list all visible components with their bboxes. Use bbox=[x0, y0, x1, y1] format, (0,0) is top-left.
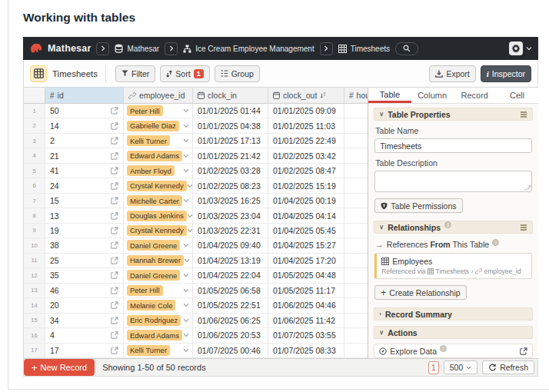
column-header-clock-out[interactable]: clock_out bbox=[268, 88, 344, 104]
clock-in-cell[interactable]: 01/03/2025 22:31 bbox=[193, 224, 268, 238]
row-number-cell[interactable]: 5 bbox=[24, 164, 45, 178]
breadcrumb-chevron-button[interactable] bbox=[165, 42, 178, 55]
row-number-cell[interactable]: 13 bbox=[24, 284, 45, 298]
fk-record-pill[interactable]: Daniel Greene bbox=[127, 270, 180, 281]
employee-cell[interactable]: Daniel Greene bbox=[124, 238, 193, 253]
employee-cell[interactable]: Peter Hill bbox=[124, 104, 193, 118]
clock-in-cell[interactable]: 01/01/2025 04:38 bbox=[193, 118, 268, 133]
filter-button[interactable]: Filter bbox=[115, 65, 155, 82]
clock-out-cell[interactable]: 01/01/2025 22:49 bbox=[268, 134, 344, 148]
clock-in-cell[interactable]: 01/03/2025 16:25 bbox=[193, 194, 268, 208]
column-header-hours[interactable]: #hours bbox=[344, 88, 368, 104]
row-number-cell[interactable]: 2 bbox=[24, 118, 45, 133]
employee-cell[interactable]: Crystal Kennedy bbox=[124, 178, 193, 193]
row-number-cell[interactable]: 4 bbox=[24, 148, 45, 163]
resize-grip[interactable] bbox=[524, 184, 531, 191]
employee-cell[interactable]: Michelle Carter bbox=[124, 194, 193, 208]
group-button[interactable]: Group bbox=[215, 65, 260, 82]
clock-in-cell[interactable]: 01/01/2025 17:13 bbox=[193, 134, 268, 148]
id-cell[interactable]: 2 bbox=[45, 134, 124, 148]
chevron-down-icon[interactable] bbox=[183, 273, 189, 277]
open-record-icon[interactable] bbox=[111, 347, 118, 354]
clock-out-cell[interactable]: 01/07/2025 03:55 bbox=[268, 328, 344, 343]
id-cell[interactable]: 17 bbox=[45, 344, 124, 358]
fk-record-pill[interactable]: Hannah Brewer bbox=[127, 255, 184, 266]
open-record-icon[interactable] bbox=[111, 122, 118, 130]
employee-cell[interactable]: Eric Rodriguez bbox=[124, 314, 193, 328]
chevron-down-icon[interactable] bbox=[187, 184, 193, 188]
id-cell[interactable]: 14 bbox=[45, 118, 124, 133]
clock-out-cell[interactable]: 01/02/2025 08:47 bbox=[268, 164, 344, 178]
id-cell[interactable]: 15 bbox=[45, 194, 124, 208]
employee-cell[interactable]: Edward Adams bbox=[124, 148, 193, 163]
open-record-icon[interactable] bbox=[111, 317, 118, 324]
create-relationship-button[interactable]: + Create Relationship bbox=[374, 285, 466, 300]
chevron-down-icon[interactable] bbox=[183, 288, 189, 293]
column-header-employee-id[interactable]: employee_id bbox=[124, 88, 193, 104]
id-cell[interactable]: 41 bbox=[45, 164, 124, 178]
open-record-icon[interactable] bbox=[111, 241, 118, 249]
employee-cell[interactable]: Douglas Jenkins bbox=[124, 208, 193, 223]
open-record-icon[interactable] bbox=[111, 271, 118, 279]
hours-cell[interactable] bbox=[344, 104, 368, 118]
breadcrumb-table[interactable]: Timesheets bbox=[338, 45, 390, 53]
mathesar-logo-group[interactable]: Mathesar bbox=[29, 42, 91, 55]
employee-cell[interactable]: Daniel Greene bbox=[124, 268, 193, 283]
clock-out-cell[interactable]: 01/01/2025 09:09 bbox=[268, 104, 344, 118]
clock-out-cell[interactable]: 01/02/2025 03:42 bbox=[268, 148, 344, 163]
clock-in-cell[interactable]: 01/03/2025 23:04 bbox=[193, 208, 268, 223]
refresh-button[interactable]: Refresh bbox=[482, 360, 534, 374]
fk-record-pill[interactable]: Kelli Turner bbox=[127, 345, 170, 356]
fk-record-pill[interactable]: Edward Adams bbox=[127, 151, 182, 161]
chevron-down-icon[interactable] bbox=[183, 348, 189, 353]
chevron-down-icon[interactable] bbox=[187, 228, 193, 233]
chevron-down-icon[interactable] bbox=[183, 154, 189, 158]
employee-cell[interactable]: Amber Floyd bbox=[124, 164, 193, 178]
row-number-cell[interactable]: 7 bbox=[24, 194, 45, 208]
clock-out-cell[interactable]: 01/04/2025 15:27 bbox=[268, 238, 344, 253]
clock-out-cell[interactable]: 01/07/2025 08:33 bbox=[268, 344, 344, 358]
section-record-summary[interactable]: › Record Summary bbox=[374, 307, 533, 321]
row-number-cell[interactable]: 10 bbox=[24, 238, 45, 253]
hours-cell[interactable] bbox=[344, 314, 368, 328]
clock-out-cell[interactable]: 01/04/2025 04:14 bbox=[268, 208, 344, 223]
id-cell[interactable]: 46 bbox=[45, 284, 124, 298]
sort-button[interactable]: Sort 1 bbox=[160, 65, 209, 82]
hours-cell[interactable] bbox=[344, 328, 368, 343]
employee-cell[interactable]: Kelli Turner bbox=[124, 134, 193, 148]
open-record-icon[interactable] bbox=[111, 167, 118, 174]
tab-record[interactable]: Record bbox=[454, 88, 496, 103]
id-cell[interactable]: 20 bbox=[45, 298, 124, 313]
employee-cell[interactable]: Peter Hill bbox=[124, 284, 193, 298]
fk-record-pill[interactable]: Michelle Carter bbox=[127, 195, 182, 206]
clock-in-cell[interactable]: 01/04/2025 09:40 bbox=[193, 238, 268, 253]
clock-out-cell[interactable]: 01/04/2025 05:45 bbox=[268, 224, 344, 238]
hours-cell[interactable] bbox=[344, 208, 368, 223]
hours-cell[interactable] bbox=[344, 148, 368, 163]
settings-button[interactable] bbox=[509, 42, 523, 55]
inspector-button[interactable]: i Inspector bbox=[481, 65, 531, 82]
chevron-down-icon[interactable] bbox=[183, 108, 189, 113]
fk-record-pill[interactable]: Kelli Turner bbox=[127, 135, 170, 146]
row-number-cell[interactable]: 1 bbox=[24, 104, 45, 118]
hours-cell[interactable] bbox=[344, 134, 368, 148]
employee-cell[interactable]: Hannah Brewer bbox=[124, 254, 193, 268]
chevron-down-icon[interactable] bbox=[184, 258, 190, 263]
clock-in-cell[interactable]: 01/04/2025 13:19 bbox=[193, 254, 268, 268]
chevron-down-icon[interactable] bbox=[183, 168, 189, 173]
clock-out-cell[interactable]: 01/01/2025 11:03 bbox=[268, 118, 344, 133]
open-record-icon[interactable] bbox=[111, 197, 118, 204]
clock-in-cell[interactable]: 01/06/2025 20:53 bbox=[193, 328, 268, 343]
open-record-icon[interactable] bbox=[111, 331, 118, 339]
settings-chevron-down-icon[interactable] bbox=[526, 46, 532, 51]
employee-cell[interactable]: Melanie Cole bbox=[124, 298, 193, 313]
chevron-down-icon[interactable] bbox=[183, 124, 189, 128]
id-cell[interactable]: 13 bbox=[45, 208, 124, 223]
id-cell[interactable]: 21 bbox=[45, 148, 124, 163]
id-cell[interactable]: 25 bbox=[45, 254, 124, 268]
chevron-down-icon[interactable] bbox=[183, 243, 189, 247]
clock-in-cell[interactable]: 01/07/2025 00:46 bbox=[193, 344, 268, 358]
clock-in-cell[interactable]: 01/05/2025 22:51 bbox=[193, 298, 268, 313]
open-record-icon[interactable] bbox=[111, 287, 118, 294]
clock-in-cell[interactable]: 01/06/2025 06:25 bbox=[193, 314, 268, 328]
